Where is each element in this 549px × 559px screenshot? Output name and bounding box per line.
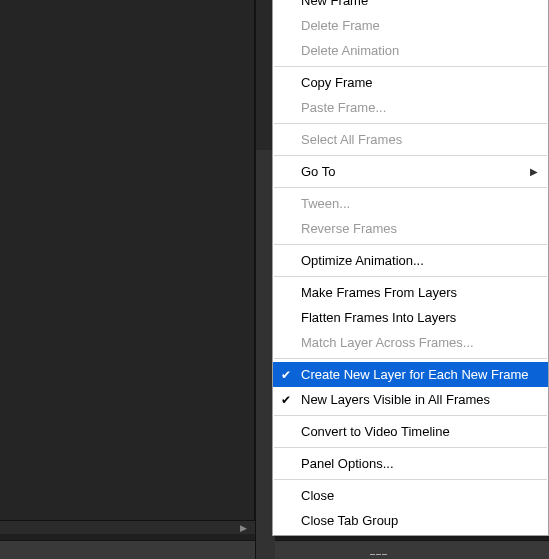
menu-item-label: Delete Frame [301, 18, 380, 33]
menu-item-new-frame[interactable]: New Frame [273, 0, 548, 13]
menu-separator [274, 479, 547, 480]
menu-separator [274, 415, 547, 416]
menu-item-create-new-layer-for-each-new-frame[interactable]: ✔Create New Layer for Each New Frame [273, 362, 548, 387]
menu-item-label: Copy Frame [301, 75, 373, 90]
menu-item-label: Flatten Frames Into Layers [301, 310, 456, 325]
checkmark-icon: ✔ [281, 394, 291, 406]
menu-item-delete-animation: Delete Animation [273, 38, 548, 63]
menu-item-label: Close Tab Group [301, 513, 398, 528]
menu-item-select-all-frames: Select All Frames [273, 127, 548, 152]
grip-icon [370, 554, 390, 557]
menu-item-label: Panel Options... [301, 456, 394, 471]
menu-item-tween: Tween... [273, 191, 548, 216]
menu-separator [274, 358, 547, 359]
menu-item-label: Make Frames From Layers [301, 285, 457, 300]
menu-item-new-layers-visible-in-all-frames[interactable]: ✔New Layers Visible in All Frames [273, 387, 548, 412]
menu-item-make-frames-from-layers[interactable]: Make Frames From Layers [273, 280, 548, 305]
submenu-arrow-icon: ▶ [530, 166, 538, 177]
menu-separator [274, 123, 547, 124]
menu-separator [274, 187, 547, 188]
menu-item-panel-options[interactable]: Panel Options... [273, 451, 548, 476]
menu-item-label: New Layers Visible in All Frames [301, 392, 490, 407]
menu-item-close-tab-group[interactable]: Close Tab Group [273, 508, 548, 533]
menu-item-flatten-frames-into-layers[interactable]: Flatten Frames Into Layers [273, 305, 548, 330]
menu-item-label: Create New Layer for Each New Frame [301, 367, 529, 382]
menu-separator [274, 276, 547, 277]
menu-item-copy-frame[interactable]: Copy Frame [273, 70, 548, 95]
menu-separator [274, 66, 547, 67]
menu-item-label: Close [301, 488, 334, 503]
menu-item-paste-frame: Paste Frame... [273, 95, 548, 120]
canvas-panel [0, 0, 255, 520]
menu-separator [274, 244, 547, 245]
checkmark-icon: ✔ [281, 369, 291, 381]
menu-item-match-layer-across-frames: Match Layer Across Frames... [273, 330, 548, 355]
menu-item-label: Tween... [301, 196, 350, 211]
menu-item-label: Optimize Animation... [301, 253, 424, 268]
panel-scrollbar[interactable]: ▶ [0, 520, 255, 534]
menu-item-close[interactable]: Close [273, 483, 548, 508]
menu-item-go-to[interactable]: Go To▶ [273, 159, 548, 184]
menu-item-label: Reverse Frames [301, 221, 397, 236]
menu-item-reverse-frames: Reverse Frames [273, 216, 548, 241]
menu-item-convert-to-video-timeline[interactable]: Convert to Video Timeline [273, 419, 548, 444]
menu-item-label: Paste Frame... [301, 100, 386, 115]
menu-item-label: Convert to Video Timeline [301, 424, 450, 439]
menu-separator [274, 155, 547, 156]
chevron-right-icon: ▶ [240, 523, 255, 533]
menu-item-label: Go To [301, 164, 335, 179]
menu-item-delete-frame: Delete Frame [273, 13, 548, 38]
menu-item-label: New Frame [301, 0, 368, 8]
menu-item-label: Delete Animation [301, 43, 399, 58]
menu-separator [274, 447, 547, 448]
menu-item-label: Match Layer Across Frames... [301, 335, 474, 350]
menu-item-optimize-animation[interactable]: Optimize Animation... [273, 248, 548, 273]
menu-item-label: Select All Frames [301, 132, 402, 147]
timeline-flyout-menu: New FrameDelete FrameDelete AnimationCop… [272, 0, 549, 536]
